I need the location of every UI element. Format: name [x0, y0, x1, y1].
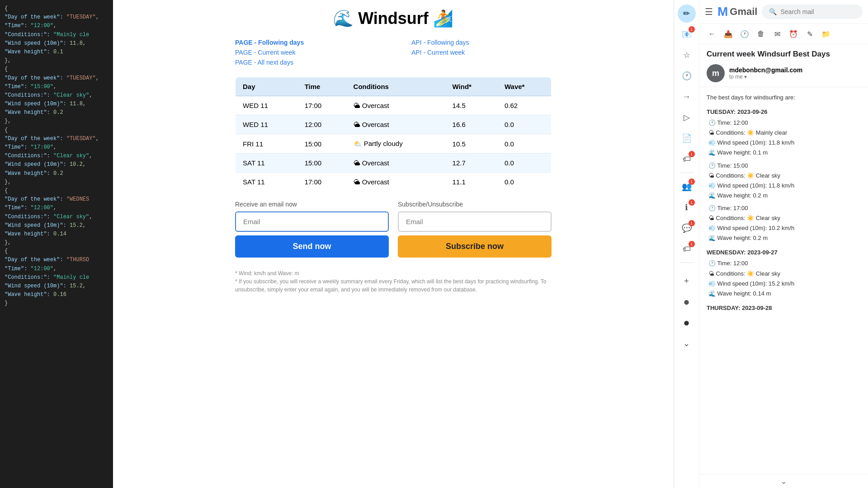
main-panel: 🌊 Windsurf 🏄 PAGE - Following days API -…: [113, 0, 674, 488]
starred-icon[interactable]: ☆: [678, 46, 696, 64]
cell-day: WED 11: [236, 96, 297, 115]
schedule-button[interactable]: ⏰: [786, 27, 801, 41]
nav-page-following-days[interactable]: PAGE - Following days: [235, 39, 375, 46]
nav-page-current-week[interactable]: PAGE - Current week: [235, 49, 375, 56]
chat-icon[interactable]: 💬1: [678, 219, 696, 237]
cell-wave: 0.62: [497, 96, 552, 115]
folder-button[interactable]: 📁: [819, 27, 833, 41]
code-line: "Time": "12:00",: [5, 22, 108, 30]
inbox-icon[interactable]: 📧1: [678, 25, 696, 43]
nav-api-current-week[interactable]: API - Current week: [411, 49, 552, 56]
code-line: {: [5, 126, 108, 135]
sender-to: to me ▾: [729, 74, 802, 80]
email-section-thursday: THURSDAY: 2023-09-28: [707, 303, 861, 313]
menu-icon[interactable]: ☰: [705, 6, 713, 17]
code-line: {: [5, 5, 108, 13]
chat-badge: 1: [689, 220, 695, 226]
add-icon[interactable]: +: [678, 272, 696, 290]
email-item: 🌊 Wave height: 0.2 m: [707, 233, 861, 243]
email-item: 🕐 Time: 12:00: [707, 118, 861, 128]
info-icon[interactable]: ℹ1: [678, 198, 696, 216]
contacts-badge: 1: [689, 178, 695, 185]
send-now-button[interactable]: Send now: [235, 235, 389, 258]
code-line: {: [5, 187, 108, 195]
archive-button[interactable]: 📥: [721, 27, 736, 41]
code-line: "Wind speed (10m)": 11.8,: [5, 100, 108, 108]
gmail-expand-button[interactable]: ⌄: [699, 474, 868, 488]
table-row: SAT 11 17:00 🌥 Overcast 11.1 0.0: [236, 173, 552, 192]
title-emoji-right: 🏄: [433, 9, 453, 28]
email-intro: The best days for windsurfing are:: [707, 93, 861, 103]
code-line: "Wave height": 0.14: [5, 230, 108, 239]
gmail-sidebar: ✏ 📧1 ☆ 🕐 → ▷ 📄 🏷1 👥1 ℹ1 💬1 🏷1 + ● ● ⌄: [674, 0, 699, 488]
code-line: "Day of the week": "TUESDAY",: [5, 13, 108, 22]
email-item: 🌤 Conditions: ☀️ Clear sky: [707, 213, 861, 223]
code-line: "Wind speed (10m)": 15.2,: [5, 282, 108, 291]
email-row: Receive an email now Send now Subscribe/…: [235, 201, 552, 258]
label-dot-2[interactable]: ●: [678, 314, 696, 332]
cell-day: FRI 11: [236, 134, 297, 154]
contacts-icon[interactable]: 👥1: [678, 178, 696, 196]
subscribe-email-input[interactable]: [398, 211, 552, 232]
collapse-icon[interactable]: ⌄: [678, 334, 696, 352]
send-email-input[interactable]: [235, 211, 389, 232]
code-line: },: [5, 56, 108, 65]
nav-links: PAGE - Following days API - Following da…: [235, 39, 552, 66]
code-line: "Time": "17:00",: [5, 143, 108, 152]
compose-icon[interactable]: ✏: [678, 5, 696, 23]
info-badge: 1: [689, 199, 695, 206]
app-title: 🌊 Windsurf 🏄: [333, 9, 453, 28]
app-name: Windsurf: [358, 9, 429, 28]
label-dot-1[interactable]: ●: [678, 293, 696, 311]
labels-badge: 1: [689, 151, 695, 157]
move-button[interactable]: ✎: [802, 27, 817, 41]
footnotes: * Wind: km/h and Wave: m * If you subscr…: [235, 269, 552, 294]
code-line: "Day of the week": "TUESDAY",: [5, 74, 108, 83]
cell-wind: 14.5: [445, 96, 497, 115]
nav-api-following-days[interactable]: API - Following days: [411, 39, 552, 46]
nav-page-all-next-days[interactable]: PAGE - All next days: [235, 59, 375, 66]
inbox-badge: 1: [689, 26, 695, 33]
search-mail-bar[interactable]: 🔍 Search mail: [762, 5, 863, 19]
table-row: WED 11 17:00 🌥 Overcast 14.5 0.62: [236, 96, 552, 115]
col-header-wave: Wave*: [497, 77, 552, 96]
subscribe-now-button[interactable]: Subscribe now: [398, 235, 552, 258]
sidebar-divider2: [680, 263, 693, 263]
table-header-row: Day Time Conditions Wind* Wave*: [236, 77, 552, 96]
code-line: "Conditions:": "Clear sky",: [5, 152, 108, 160]
send-label: Receive an email now: [235, 201, 389, 208]
code-line: "Time": "12:00",: [5, 204, 108, 212]
email-section-tuesday: TUESDAY: 2023-09-26: [707, 107, 861, 117]
code-line: "Day of the week": "THURSD: [5, 256, 108, 264]
cell-wave: 0.0: [497, 115, 552, 134]
email-item: 🌊 Wave height: 0.2 m: [707, 191, 861, 201]
more-icon[interactable]: 🏷1: [678, 240, 696, 258]
cell-condition: 🌥 Overcast: [346, 115, 445, 134]
table-row: SAT 11 15:00 🌥 Overcast 12.7 0.0: [236, 154, 552, 173]
docs-icon[interactable]: 📄: [678, 129, 696, 147]
gmail-text: Gmail: [730, 6, 757, 18]
email-section: Receive an email now Send now Subscribe/…: [235, 201, 552, 294]
col-header-conditions: Conditions: [346, 77, 445, 96]
cell-condition: 🌥 Overcast: [346, 173, 445, 192]
back-button[interactable]: ←: [705, 27, 719, 41]
snooze-button[interactable]: 🕐: [737, 27, 752, 41]
gmail-m-letter: M: [717, 5, 728, 19]
labels-icon[interactable]: 🏷1: [678, 150, 696, 168]
snoozed-icon[interactable]: 🕐: [678, 67, 696, 85]
email-item: 💨 Wind speed (10m): 11.8 km/h: [707, 181, 861, 191]
search-placeholder: Search mail: [780, 8, 814, 15]
mark-unread-button[interactable]: ✉: [770, 27, 784, 41]
code-line: {: [5, 247, 108, 256]
subscribe-label: Subscribe/Unsubscribe: [398, 201, 552, 208]
email-item: 🕐 Time: 12:00: [707, 258, 861, 268]
delete-button[interactable]: 🗑: [754, 27, 768, 41]
code-line: "Time": "12:00",: [5, 265, 108, 273]
cell-day: WED 11: [236, 115, 297, 134]
sent-icon[interactable]: →: [678, 88, 696, 106]
cell-time: 15:00: [297, 134, 346, 154]
drafts-icon[interactable]: ▷: [678, 108, 696, 127]
cell-wave: 0.0: [497, 134, 552, 154]
col-header-time: Time: [297, 77, 346, 96]
code-line: "Wave height": 0.2: [5, 108, 108, 117]
